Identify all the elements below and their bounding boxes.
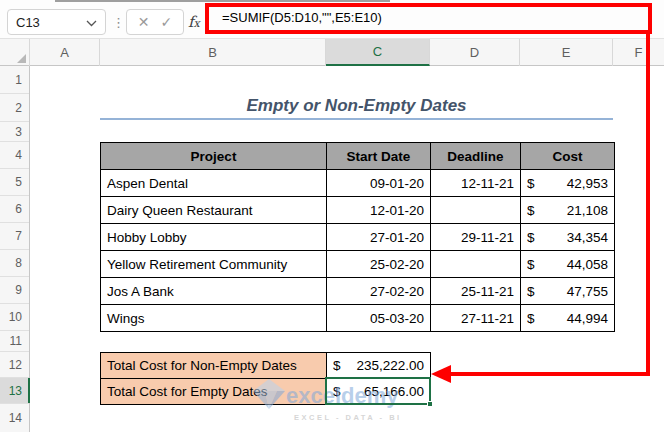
selected-cell-border xyxy=(325,377,431,405)
name-box[interactable]: C13 xyxy=(7,9,106,35)
total-nonempty-value[interactable]: $235,222.00 xyxy=(327,353,431,379)
row-header-3[interactable]: 3 xyxy=(0,122,29,142)
cell-deadline[interactable] xyxy=(431,251,521,278)
row-header-11[interactable]: 11 xyxy=(0,331,29,352)
column-header-c[interactable]: C xyxy=(326,39,430,66)
excel-window: C13 ⋮ ✕ ✓ fx =SUMIF(D5:D10,"",E5:E10) A … xyxy=(0,0,664,432)
cell-cost[interactable]: $42,953 xyxy=(521,170,615,197)
ribbon-edge-line xyxy=(55,0,390,2)
watermark-tagline: EXCEL - DATA - BI xyxy=(294,413,437,422)
cancel-icon[interactable]: ✕ xyxy=(138,14,150,30)
cell-cost[interactable]: $44,058 xyxy=(521,251,615,278)
cell-project[interactable]: Hobby Lobby xyxy=(101,224,327,251)
cell-start-date[interactable]: 25-02-20 xyxy=(327,251,431,278)
cell-deadline[interactable]: 29-11-21 xyxy=(431,224,521,251)
column-header-e[interactable]: E xyxy=(520,39,613,66)
column-header-b[interactable]: B xyxy=(100,39,326,66)
chevron-down-icon[interactable] xyxy=(86,15,97,30)
row-header-12[interactable]: 12 xyxy=(0,352,29,378)
column-header-a[interactable]: A xyxy=(30,39,100,66)
cell-start-date[interactable]: 27-01-20 xyxy=(327,224,431,251)
column-header-f[interactable]: F xyxy=(613,39,664,66)
row-header-7[interactable]: 7 xyxy=(0,223,29,250)
arrow-head xyxy=(431,365,451,383)
row-header-6[interactable]: 6 xyxy=(0,196,29,223)
cell-start-date[interactable]: 09-01-20 xyxy=(327,170,431,197)
worksheet[interactable]: Empty or Non-Empty Dates Project Start D… xyxy=(30,66,664,432)
total-nonempty-label[interactable]: Total Cost for Non-Empty Dates xyxy=(101,353,327,379)
cell-deadline[interactable]: 25-11-21 xyxy=(431,278,521,305)
cell-deadline[interactable] xyxy=(431,197,521,224)
formula-buttons: ✕ ✓ xyxy=(126,9,184,35)
col-header-deadline[interactable]: Deadline xyxy=(431,143,521,170)
col-header-project[interactable]: Project xyxy=(101,143,327,170)
cell-cost[interactable]: $44,994 xyxy=(521,305,615,332)
enter-icon[interactable]: ✓ xyxy=(160,14,172,30)
name-box-value: C13 xyxy=(16,15,86,30)
cell-cost[interactable]: $34,354 xyxy=(521,224,615,251)
col-header-cost[interactable]: Cost xyxy=(521,143,615,170)
row-header-10[interactable]: 10 xyxy=(0,304,29,331)
cell-deadline[interactable]: 27-11-21 xyxy=(431,305,521,332)
cell-cost[interactable]: $21,108 xyxy=(521,197,615,224)
exceldemy-logo-icon xyxy=(252,378,286,414)
row-header-5[interactable]: 5 xyxy=(0,169,29,196)
row-header-14[interactable]: 14 xyxy=(0,404,29,432)
row-header-8[interactable]: 8 xyxy=(0,250,29,277)
cell-start-date[interactable]: 12-01-20 xyxy=(327,197,431,224)
formula-highlight-box xyxy=(205,3,652,34)
row-headers: 1 2 3 4 5 6 7 8 9 10 11 12 13 14 xyxy=(0,66,30,432)
cell-deadline[interactable]: 12-11-21 xyxy=(431,170,521,197)
cell-project[interactable]: Dairy Queen Restaurant xyxy=(101,197,327,224)
column-header-d[interactable]: D xyxy=(430,39,520,66)
project-table: Project Start Date Deadline Cost Aspen D… xyxy=(100,142,615,332)
column-headers: A B C D E F xyxy=(0,38,664,66)
fill-handle[interactable] xyxy=(427,401,433,407)
cell-project[interactable]: Aspen Dental xyxy=(101,170,327,197)
arrow-vertical-line xyxy=(646,31,650,375)
cell-project[interactable]: Yellow Retirement Community xyxy=(101,251,327,278)
row-header-1[interactable]: 1 xyxy=(0,66,29,94)
cell-project[interactable]: Jos A Bank xyxy=(101,278,327,305)
insert-function-button[interactable]: fx xyxy=(188,9,200,35)
formula-bar-drag-handle[interactable]: ⋮ xyxy=(112,9,125,35)
col-header-start-date[interactable]: Start Date xyxy=(327,143,431,170)
arrow-horizontal-line xyxy=(450,372,650,376)
row-header-4[interactable]: 4 xyxy=(0,142,29,169)
row-header-13[interactable]: 13 xyxy=(0,378,29,404)
row-header-2[interactable]: 2 xyxy=(0,94,29,122)
row-header-9[interactable]: 9 xyxy=(0,277,29,304)
select-all-corner[interactable] xyxy=(0,39,30,66)
cell-project[interactable]: Wings xyxy=(101,305,327,332)
cell-start-date[interactable]: 05-03-20 xyxy=(327,305,431,332)
sheet-title: Empty or Non-Empty Dates xyxy=(100,94,613,120)
cell-cost[interactable]: $47,755 xyxy=(521,278,615,305)
cell-start-date[interactable]: 27-02-20 xyxy=(327,278,431,305)
